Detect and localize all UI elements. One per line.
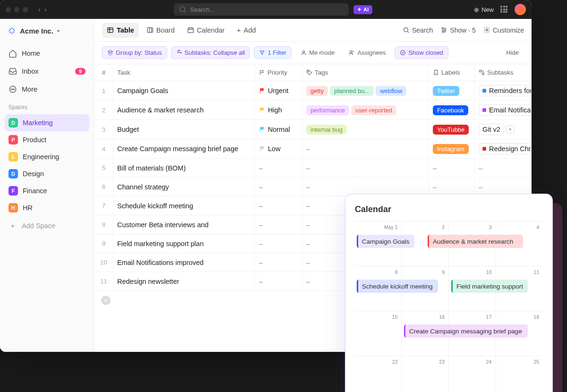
add-subtask-icon[interactable]: + — [506, 125, 515, 134]
subtask-link[interactable]: Redesign Chro — [479, 143, 532, 154]
group-chip[interactable]: Group by: Status — [102, 46, 167, 59]
add-space-button[interactable]: + Add Space — [5, 218, 89, 233]
task-name-cell[interactable]: Field marketing support plan — [113, 234, 255, 253]
sidebar-item-home[interactable]: Home — [5, 45, 89, 61]
calendar-day[interactable]: 25 — [496, 356, 543, 392]
col-priority[interactable]: Priority — [255, 64, 302, 81]
space-item-marketing[interactable]: DMarketing — [5, 114, 89, 131]
priority-cell[interactable]: – — [255, 159, 302, 177]
assignees-chip[interactable]: Assignees — [344, 46, 391, 59]
label-pill[interactable]: Twitter — [433, 86, 459, 96]
calendar-event[interactable]: Audience & market research — [428, 235, 523, 248]
priority-cell[interactable]: – — [255, 196, 302, 215]
tags-cell[interactable]: internal bug — [302, 120, 429, 139]
priority-cell[interactable]: Urgent — [255, 81, 302, 100]
calendar-event[interactable]: Campaign Goals — [357, 235, 414, 248]
col-num[interactable]: # — [94, 64, 113, 81]
filter-chip[interactable]: 1 Filter — [254, 46, 292, 59]
search-button[interactable]: Search — [403, 26, 433, 34]
priority-cell[interactable]: Normal — [255, 120, 302, 139]
labels-cell[interactable]: Twitter — [429, 81, 475, 100]
tag-pill[interactable]: user-reported — [351, 105, 396, 115]
subtasks-cell[interactable]: – — [475, 159, 532, 177]
me-mode-chip[interactable]: Me mode — [295, 46, 340, 59]
label-pill[interactable]: Instagram — [433, 144, 469, 154]
table-row[interactable]: 5 Bill of materials (BOM) – – – – — [94, 159, 532, 178]
subtask-link[interactable]: Reminders for — [479, 85, 532, 96]
new-button[interactable]: ⊕ New — [474, 6, 494, 13]
window-controls[interactable] — [6, 7, 28, 12]
user-avatar[interactable] — [515, 4, 526, 15]
subtask-link[interactable]: Git v2 — [479, 124, 504, 135]
priority-cell[interactable]: – — [255, 234, 302, 253]
col-task[interactable]: Task — [113, 64, 255, 81]
space-item-engineering[interactable]: EEngineering — [5, 148, 89, 165]
task-name-cell[interactable]: Campaign Goals — [113, 81, 255, 100]
task-name-cell[interactable]: Audience & market research — [113, 101, 255, 119]
labels-cell[interactable]: Facebook — [429, 101, 475, 119]
customize-button[interactable]: Customize — [483, 26, 524, 34]
subtasks-chip[interactable]: Subtasks: Collapse all — [171, 46, 250, 59]
nav-forward-icon[interactable]: › — [44, 6, 47, 13]
tab-add[interactable]: + Add — [232, 23, 260, 38]
space-item-design[interactable]: DDesign — [5, 165, 89, 182]
priority-cell[interactable]: Low — [255, 139, 302, 158]
col-subtasks[interactable]: Subtasks — [475, 64, 532, 81]
nav-back-icon[interactable]: ‹ — [38, 6, 41, 13]
table-row[interactable]: 1 Campaign Goals Urgent gettyplanned bu.… — [94, 81, 532, 101]
task-name-cell[interactable]: Bill of materials (BOM) — [113, 159, 255, 177]
show-button[interactable]: Show · 5 — [440, 26, 475, 34]
org-switcher[interactable]: Acme Inc. ▾ — [5, 25, 89, 37]
calendar-day[interactable]: 15 — [355, 311, 402, 356]
subtasks-cell[interactable]: Git v2+ — [475, 120, 532, 139]
labels-cell[interactable]: Instagram — [429, 139, 475, 158]
task-name-cell[interactable]: Email Notifications improved — [113, 253, 255, 272]
show-closed-chip[interactable]: Show closed — [395, 46, 448, 59]
labels-cell[interactable]: YouTubbe — [429, 120, 475, 139]
space-item-hr[interactable]: HHR — [5, 199, 89, 216]
priority-cell[interactable]: – — [255, 272, 302, 290]
col-labels[interactable]: Labels — [429, 64, 475, 81]
tags-cell[interactable]: gettyplanned bu...webflow — [302, 81, 429, 100]
tag-pill[interactable]: getty — [306, 86, 328, 96]
col-tags[interactable]: Tags — [302, 64, 429, 81]
priority-cell[interactable]: – — [255, 253, 302, 272]
space-item-finance[interactable]: FFinance — [5, 182, 89, 199]
priority-cell[interactable]: High — [255, 101, 302, 119]
subtask-link[interactable]: Email Notificat — [479, 104, 532, 116]
priority-cell[interactable]: – — [255, 178, 302, 196]
task-name-cell[interactable]: Redesign newsletter — [113, 272, 255, 290]
space-item-product[interactable]: PProduct — [5, 131, 89, 148]
tab-board[interactable]: Board — [142, 23, 180, 38]
table-row[interactable]: 3 Budget Normal internal bug YouTubbe Gi… — [94, 120, 532, 139]
task-name-cell[interactable]: Budget — [113, 120, 255, 139]
calendar-event[interactable]: Schedule kickoff meeting — [357, 280, 438, 293]
label-pill[interactable]: YouTubbe — [433, 125, 469, 135]
sidebar-item-inbox[interactable]: Inbox 9 — [5, 63, 89, 79]
subtasks-cell[interactable]: Redesign Chro — [475, 139, 532, 158]
priority-cell[interactable]: – — [255, 215, 302, 234]
calendar-day[interactable]: 24 — [449, 356, 496, 392]
task-name-cell[interactable]: Schedule kickoff meeting — [113, 196, 255, 215]
tag-pill[interactable]: planned bu... — [330, 86, 374, 96]
table-row[interactable]: 2 Audience & market research High perfor… — [94, 101, 532, 120]
task-name-cell[interactable]: Channel strategy — [113, 178, 255, 196]
subtasks-cell[interactable]: Reminders for — [475, 81, 532, 100]
tags-cell[interactable]: – — [302, 139, 429, 158]
tag-pill[interactable]: internal bug — [306, 125, 347, 135]
calendar-event[interactable]: Create Campaign messaging brief page — [404, 324, 528, 338]
calendar-event[interactable]: Field marketing support — [451, 280, 528, 293]
calendar-day[interactable]: 23 — [402, 356, 449, 392]
calendar-day[interactable]: 22 — [355, 356, 402, 392]
table-row[interactable]: 4 Create Campaign messaging brief page L… — [94, 139, 532, 159]
search-input[interactable]: Search... — [174, 3, 349, 16]
label-pill[interactable]: Facebook — [433, 105, 468, 115]
subtasks-cell[interactable]: Email Notificat — [475, 101, 532, 119]
task-name-cell[interactable]: Create Campaign messaging brief page — [113, 139, 255, 158]
ai-button[interactable]: ✦ AI — [353, 5, 372, 14]
tags-cell[interactable]: – — [302, 159, 429, 177]
labels-cell[interactable]: – — [429, 159, 475, 177]
apps-grid-icon[interactable] — [500, 6, 508, 13]
tag-pill[interactable]: performance — [306, 105, 349, 115]
task-name-cell[interactable]: Customer Beta interviews and — [113, 215, 255, 234]
